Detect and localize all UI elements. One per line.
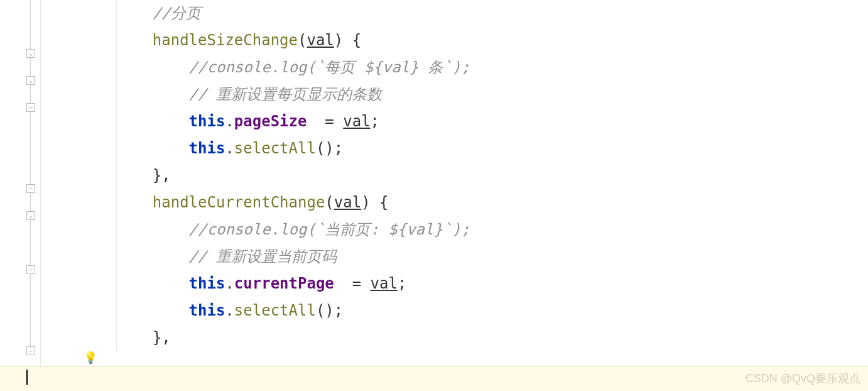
code-line[interactable]: // 重新设置每页显示的条数 xyxy=(41,81,868,108)
semicolon: ; xyxy=(398,275,406,292)
assign-op: = xyxy=(307,113,343,130)
dot: . xyxy=(225,140,234,157)
code-line[interactable]: //分页 xyxy=(41,0,868,27)
paren-close-brace: ) { xyxy=(361,194,388,211)
intention-bulb-icon[interactable]: 💡 xyxy=(84,351,97,364)
dot: . xyxy=(225,275,234,292)
code-line[interactable]: this.selectAll(); xyxy=(41,135,868,162)
method-name: handleSizeChange xyxy=(153,31,298,49)
code-line[interactable]: // 重新设置当前页码 xyxy=(41,243,868,270)
code-line[interactable]: this.selectAll(); xyxy=(41,297,868,324)
fold-marker-down-icon[interactable] xyxy=(26,211,35,220)
fold-marker-down-icon[interactable] xyxy=(26,49,35,58)
call-parens: (); xyxy=(316,302,343,319)
comment-text: //分页 xyxy=(153,4,201,22)
method-call: selectAll xyxy=(234,140,316,157)
var-ref: val xyxy=(343,113,370,130)
property-name: currentPage xyxy=(234,275,334,292)
method-call: selectAll xyxy=(234,302,316,319)
param-name: val xyxy=(307,31,334,49)
code-line[interactable]: //console.log(`每页 ${val} 条`); xyxy=(41,54,868,81)
method-name: handleCurrentChange xyxy=(153,194,325,211)
call-parens: (); xyxy=(316,140,343,157)
code-editor: //分页 handleSizeChange(val) { //console.l… xyxy=(0,0,868,391)
code-line[interactable]: handleSizeChange(val) { xyxy=(41,27,868,54)
paren-close-brace: ) { xyxy=(334,31,361,49)
this-keyword: this xyxy=(189,275,225,292)
code-line[interactable]: }, xyxy=(41,162,868,189)
comment-text: // 重新设置当前页码 xyxy=(189,248,337,265)
fold-marker-minus-icon[interactable] xyxy=(26,103,35,112)
paren-open: ( xyxy=(325,194,334,211)
param-name: val xyxy=(334,194,361,211)
semicolon: ; xyxy=(371,113,379,130)
code-line[interactable]: this.currentPage = val; xyxy=(41,270,868,297)
comment-text: //console.log(`当前页: ${val}`); xyxy=(189,221,470,238)
fold-marker-down-icon[interactable] xyxy=(26,76,35,85)
bottom-highlight-bar xyxy=(0,366,868,391)
fold-marker-minus-icon[interactable] xyxy=(26,184,35,193)
code-area[interactable]: //分页 handleSizeChange(val) { //console.l… xyxy=(41,0,868,391)
comment-text: //console.log(`每页 ${val} 条`); xyxy=(189,58,470,76)
code-line[interactable]: }, xyxy=(41,324,868,351)
this-keyword: this xyxy=(189,302,225,319)
text-caret xyxy=(26,370,28,385)
comment-text: // 重新设置每页显示的条数 xyxy=(189,85,382,103)
close-brace: }, xyxy=(153,167,171,184)
dot: . xyxy=(225,302,234,319)
watermark-text: CSDN @QvQ要乐观点 xyxy=(746,371,860,386)
code-line[interactable]: this.pageSize = val; xyxy=(41,108,868,135)
close-brace: }, xyxy=(153,329,171,346)
code-line[interactable]: //console.log(`当前页: ${val}`); xyxy=(41,216,868,243)
property-name: pageSize xyxy=(234,113,307,130)
assign-op: = xyxy=(334,275,371,292)
this-keyword: this xyxy=(189,140,225,157)
paren-open: ( xyxy=(298,31,307,49)
code-line[interactable]: handleCurrentChange(val) { xyxy=(41,189,868,216)
dot: . xyxy=(225,113,234,130)
var-ref: val xyxy=(371,275,398,292)
fold-marker-minus-icon[interactable] xyxy=(26,265,35,274)
fold-marker-minus-icon[interactable] xyxy=(26,346,35,355)
this-keyword: this xyxy=(189,113,225,130)
editor-gutter xyxy=(0,0,41,391)
